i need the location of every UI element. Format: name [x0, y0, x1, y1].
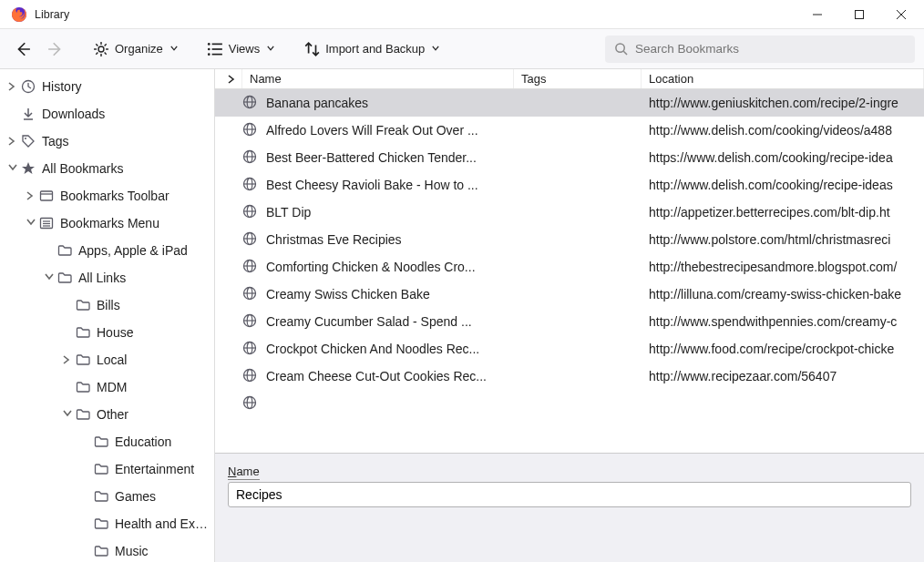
globe-icon	[242, 395, 259, 412]
bookmark-list[interactable]: Banana pancakeshttp://www.geniuskitchen.…	[215, 89, 924, 453]
sidebar-item-label: Entertainment	[115, 462, 194, 476]
sidebar-item-bills[interactable]: Bills	[0, 291, 214, 319]
sidebar[interactable]: HistoryDownloadsTagsAll BookmarksBookmar…	[0, 69, 215, 562]
firefox-icon	[11, 6, 27, 23]
sidebar-item-label: Bookmarks Menu	[60, 216, 159, 230]
twisty-icon[interactable]	[24, 189, 38, 203]
bookmark-row[interactable]: Cream Cheese Cut-Out Cookies Rec...http:…	[215, 363, 924, 390]
sidebar-item-downloads[interactable]: Downloads	[0, 100, 214, 128]
sidebar-item-mdm[interactable]: MDM	[0, 373, 214, 401]
bookmark-location: http://www.delish.com/cooking/recipe-ide…	[642, 178, 924, 192]
bookmark-location: http://thebestrecipesandmore.blogspot.co…	[642, 260, 924, 274]
sidebar-item-bookmarks-menu[interactable]: Bookmarks Menu	[0, 209, 214, 237]
bookmark-location: http://lilluna.com/creamy-swiss-chicken-…	[642, 287, 924, 301]
column-location[interactable]: Location	[642, 69, 924, 88]
bookmark-row[interactable]: Creamy Cucumber Salad - Spend ...http://…	[215, 308, 924, 335]
organize-menu[interactable]: Organize	[87, 37, 183, 61]
detail-panel: Name	[215, 453, 924, 562]
list-icon	[207, 41, 223, 57]
sidebar-item-bookmarks-toolbar[interactable]: Bookmarks Toolbar	[0, 182, 214, 209]
twisty-icon[interactable]	[60, 407, 75, 422]
twisty-icon[interactable]	[60, 353, 75, 367]
bookmark-location: http://www.spendwithpennies.com/creamy-c	[642, 314, 924, 329]
twisty-none	[78, 462, 93, 476]
download-icon	[20, 106, 36, 122]
twisty-none	[78, 516, 93, 531]
folder-icon	[75, 379, 91, 395]
bookmark-row[interactable]: Best Cheesy Ravioli Bake - How to ...htt…	[215, 171, 924, 199]
bookmark-name: Alfredo Lovers Will Freak Out Over ...	[266, 123, 478, 138]
sidebar-item-games[interactable]: Games	[0, 483, 214, 510]
bookmark-row[interactable]: Christmas Eve Recipieshttp://www.polstor…	[215, 226, 924, 253]
sidebar-item-label: Bookmarks Toolbar	[60, 189, 169, 203]
svg-rect-30	[856, 10, 864, 18]
bookmark-location: http://www.polstore.com/html/christmasre…	[642, 232, 924, 247]
globe-icon	[242, 259, 259, 275]
forward-button[interactable]	[42, 37, 69, 61]
folder-icon	[93, 516, 109, 532]
sidebar-item-label: Apps, Apple & iPad	[78, 243, 188, 258]
folder-icon	[93, 488, 109, 505]
folder-icon	[75, 324, 91, 341]
bookmark-row[interactable]: Crockpot Chicken And Noodles Rec...http:…	[215, 335, 924, 363]
sidebar-item-health-and-exercise[interactable]: Health and Exercise	[0, 510, 214, 537]
sidebar-item-other[interactable]: Other	[0, 401, 214, 428]
star-icon	[20, 160, 36, 177]
sidebar-item-tags[interactable]: Tags	[0, 128, 214, 155]
gear-icon	[93, 41, 109, 57]
search-box[interactable]	[605, 36, 915, 63]
bookmark-row[interactable]: Creamy Swiss Chicken Bakehttp://lilluna.…	[215, 281, 924, 308]
sidebar-item-education[interactable]: Education	[0, 428, 214, 455]
bookmark-name: Best Beer-Battered Chicken Tender...	[266, 150, 477, 165]
import-backup-menu[interactable]: Import and Backup	[298, 37, 445, 61]
globe-icon	[242, 95, 259, 111]
sidebar-item-house[interactable]: House	[0, 319, 214, 346]
name-field-label: Name	[228, 465, 911, 478]
sort-column[interactable]	[215, 69, 242, 88]
bookmark-row[interactable]: Banana pancakeshttp://www.geniuskitchen.…	[215, 89, 924, 117]
column-name[interactable]: Name	[242, 69, 514, 88]
folder-icon	[75, 297, 91, 313]
views-menu[interactable]: Views	[201, 37, 280, 61]
sidebar-item-label: Other	[97, 407, 128, 422]
twisty-icon[interactable]	[5, 134, 20, 148]
bookmark-name: Crockpot Chicken And Noodles Rec...	[266, 342, 479, 356]
sidebar-item-local[interactable]: Local	[0, 346, 214, 373]
sidebar-item-music[interactable]: Music	[0, 537, 214, 562]
bookmark-row[interactable]: Best Beer-Battered Chicken Tender...http…	[215, 144, 924, 171]
sidebar-item-all-bookmarks[interactable]: All Bookmarks	[0, 155, 214, 182]
bookmark-row[interactable]	[215, 390, 924, 417]
twisty-icon[interactable]	[5, 161, 20, 176]
bookmark-row[interactable]: Alfredo Lovers Will Freak Out Over ...ht…	[215, 117, 924, 144]
bookmark-row[interactable]: BLT Diphttp://appetizer.betterrecipes.co…	[215, 199, 924, 226]
search-input[interactable]	[635, 42, 906, 56]
sidebar-item-label: Games	[115, 489, 156, 504]
name-field[interactable]	[228, 482, 911, 507]
maximize-button[interactable]	[838, 0, 880, 29]
sidebar-item-label: Health and Exercise	[115, 516, 209, 531]
folder-icon	[56, 242, 73, 259]
twisty-none	[60, 325, 75, 340]
sidebar-item-apps-apple-ipad[interactable]: Apps, Apple & iPad	[0, 237, 214, 264]
close-button[interactable]	[880, 0, 922, 29]
sidebar-item-history[interactable]: History	[0, 73, 214, 100]
sidebar-item-entertainment[interactable]: Entertainment	[0, 455, 214, 483]
bookmark-location: http://www.food.com/recipe/crockpot-chic…	[642, 342, 924, 356]
folder-icon	[93, 434, 109, 450]
folder-icon	[75, 352, 91, 368]
sidebar-item-all-links[interactable]: All Links	[0, 264, 214, 291]
column-tags[interactable]: Tags	[514, 69, 642, 88]
folder-icon	[75, 406, 91, 423]
tag-icon	[20, 133, 36, 149]
twisty-icon[interactable]	[42, 271, 56, 285]
sidebar-item-label: Local	[97, 353, 127, 367]
bookmark-row[interactable]: Comforting Chicken & Noodles Cro...http:…	[215, 253, 924, 281]
sidebar-item-label: All Links	[78, 271, 126, 285]
twisty-icon[interactable]	[5, 79, 20, 94]
minimize-button[interactable]	[796, 0, 838, 29]
back-button[interactable]	[9, 37, 36, 61]
twisty-icon[interactable]	[24, 216, 38, 230]
clock-icon	[20, 78, 36, 95]
sidebar-item-label: House	[97, 325, 133, 340]
sidebar-item-label: MDM	[97, 380, 127, 394]
